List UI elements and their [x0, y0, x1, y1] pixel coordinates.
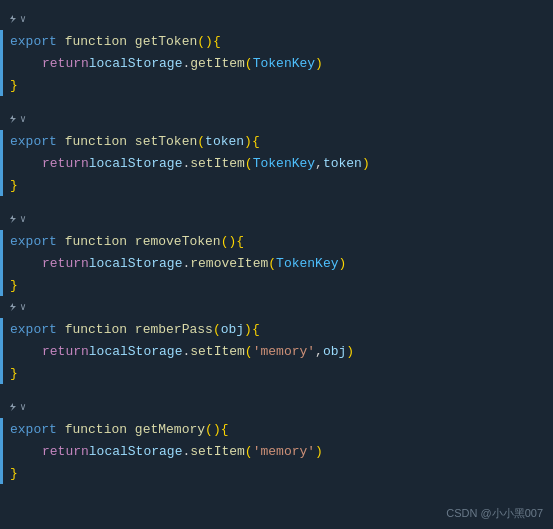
token: localStorage — [89, 444, 183, 459]
token: . — [182, 156, 190, 171]
code-line: } — [0, 174, 553, 196]
code-line: return localStorage.setItem(TokenKey, to… — [0, 152, 553, 174]
token: localStorage — [89, 56, 183, 71]
token: ) — [346, 344, 354, 359]
fold-icon-row: ∨ — [0, 396, 553, 418]
code-line: export function getToken() { — [0, 30, 553, 52]
token: () — [205, 422, 221, 437]
token: } — [10, 466, 18, 481]
token: { — [252, 322, 260, 337]
code-line: export function removeToken() { — [0, 230, 553, 252]
token: token — [323, 156, 362, 171]
token: . — [182, 56, 190, 71]
token: export — [10, 422, 57, 437]
fold-icon-row: ∨ — [0, 108, 553, 130]
token: ) — [315, 444, 323, 459]
token: setToken — [135, 134, 197, 149]
token: removeToken — [135, 234, 221, 249]
code-line: } — [0, 274, 553, 296]
token: localStorage — [89, 344, 183, 359]
fold-icon-row: ∨ — [0, 296, 553, 318]
token: export — [10, 322, 57, 337]
code-line: } — [0, 74, 553, 96]
token: return — [42, 256, 89, 271]
token: ( — [268, 256, 276, 271]
token: } — [10, 278, 18, 293]
token: ( — [245, 344, 253, 359]
token: return — [42, 56, 89, 71]
token: { — [213, 34, 221, 49]
token: 'memory' — [253, 444, 315, 459]
token: ) — [362, 156, 370, 171]
token: getMemory — [135, 422, 205, 437]
token: ( — [245, 156, 253, 171]
code-line: export function getMemory() { — [0, 418, 553, 440]
token: obj — [323, 344, 346, 359]
token: setItem — [190, 156, 245, 171]
token: function — [65, 322, 127, 337]
token: ( — [213, 322, 221, 337]
token: function — [65, 134, 127, 149]
fold-icon[interactable]: ∨ — [8, 401, 26, 413]
token: setItem — [190, 344, 245, 359]
token: function — [65, 34, 127, 49]
token: TokenKey — [276, 256, 338, 271]
token: { — [236, 234, 244, 249]
token: { — [221, 422, 229, 437]
token: } — [10, 178, 18, 193]
code-line: } — [0, 362, 553, 384]
token: , — [315, 156, 323, 171]
fold-icon-row: ∨ — [0, 208, 553, 230]
token: token — [205, 134, 244, 149]
fold-icon[interactable]: ∨ — [8, 213, 26, 225]
token: export — [10, 234, 57, 249]
token: TokenKey — [253, 156, 315, 171]
token: getItem — [190, 56, 245, 71]
token: localStorage — [89, 256, 183, 271]
token: export — [10, 34, 57, 49]
token: return — [42, 344, 89, 359]
token: ) — [315, 56, 323, 71]
token: { — [252, 134, 260, 149]
token: export — [10, 134, 57, 149]
token: getToken — [135, 34, 197, 49]
code-line: return localStorage.getItem(TokenKey) — [0, 52, 553, 74]
token: () — [197, 34, 213, 49]
token: 'memory' — [253, 344, 315, 359]
code-line: return localStorage.setItem('memory') — [0, 440, 553, 462]
token: . — [182, 256, 190, 271]
token: obj — [221, 322, 244, 337]
code-line: return localStorage.setItem('memory', ob… — [0, 340, 553, 362]
token: . — [182, 444, 190, 459]
token: remberPass — [135, 322, 213, 337]
code-line: } — [0, 462, 553, 484]
code-line: return localStorage.removeItem(TokenKey) — [0, 252, 553, 274]
token: removeItem — [190, 256, 268, 271]
token: return — [42, 156, 89, 171]
token: . — [182, 344, 190, 359]
token: setItem — [190, 444, 245, 459]
token: ( — [245, 56, 253, 71]
watermark: CSDN @小小黑007 — [446, 506, 543, 521]
token: TokenKey — [253, 56, 315, 71]
token: ) — [339, 256, 347, 271]
token: ) — [244, 134, 252, 149]
code-editor: ∨export function getToken() {return loca… — [0, 0, 553, 529]
token: return — [42, 444, 89, 459]
token: () — [221, 234, 237, 249]
token: function — [65, 422, 127, 437]
fold-icon[interactable]: ∨ — [8, 301, 26, 313]
token: function — [65, 234, 127, 249]
token: ( — [245, 444, 253, 459]
token: } — [10, 366, 18, 381]
fold-icon[interactable]: ∨ — [8, 113, 26, 125]
token: ) — [244, 322, 252, 337]
fold-icon[interactable]: ∨ — [8, 13, 26, 25]
fold-icon-row: ∨ — [0, 8, 553, 30]
token: ( — [197, 134, 205, 149]
code-line: export function setToken(token) { — [0, 130, 553, 152]
code-line: export function remberPass(obj) { — [0, 318, 553, 340]
token: localStorage — [89, 156, 183, 171]
token: , — [315, 344, 323, 359]
token: } — [10, 78, 18, 93]
